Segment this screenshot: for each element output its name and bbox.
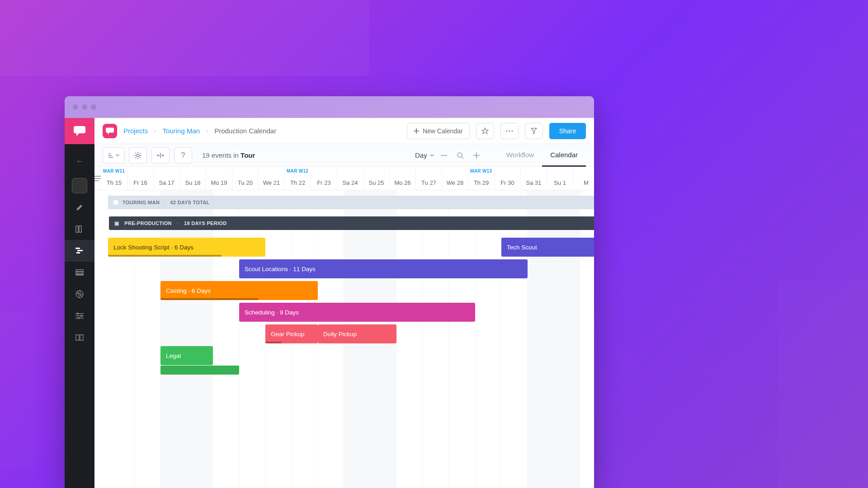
header-brand-badge[interactable] <box>103 124 117 138</box>
zoom-reset-button[interactable] <box>454 149 467 162</box>
plus-icon <box>473 152 480 159</box>
view-tabs: Workflow Calendar <box>498 144 586 167</box>
svg-point-8 <box>458 153 462 157</box>
task-label: Scout Locations · 11 Days <box>245 266 316 272</box>
settings-button[interactable] <box>129 147 147 164</box>
date-column[interactable]: Su 25 <box>363 167 390 190</box>
events-summary: 19 events in Tour <box>202 151 255 159</box>
rail-boards[interactable] <box>65 218 94 240</box>
rail-edit[interactable] <box>65 197 94 218</box>
gantt-icon <box>75 248 84 254</box>
main-pane: Projects › Touring Man › Production Cale… <box>94 118 594 488</box>
task-bar[interactable]: Lock Shooting Script · 6 Days <box>108 238 265 257</box>
aperture-icon <box>75 290 84 298</box>
date-column[interactable]: Mo 26 <box>390 167 416 190</box>
week-label: MAR W13 <box>470 169 492 174</box>
date-label: Sa 24 <box>343 179 358 186</box>
date-column[interactable]: Tu 27 <box>416 167 442 190</box>
date-column[interactable]: M <box>573 167 594 190</box>
phase-row[interactable]: ▣ PRE-PRODUCTION · 18 DAYS PERIOD <box>109 216 594 230</box>
task-label: Tech Scout <box>507 244 537 251</box>
date-label: Th 22 <box>290 179 305 186</box>
date-column[interactable]: Fr 23 <box>311 167 337 190</box>
date-column[interactable]: MAR W12Th 22 <box>285 167 311 190</box>
window-minimize-dot[interactable] <box>82 104 87 110</box>
date-column[interactable]: Fr 16 <box>127 167 154 190</box>
date-label: Mo 19 <box>211 179 227 186</box>
date-column[interactable]: Su 18 <box>180 167 206 190</box>
group-dropdown[interactable] <box>103 147 124 164</box>
breadcrumb-projects[interactable]: Projects <box>123 127 148 135</box>
date-column[interactable]: Sa 24 <box>337 167 363 190</box>
rail-project-thumb[interactable] <box>65 175 94 197</box>
date-column[interactable]: Sa 31 <box>521 167 547 190</box>
task-bar[interactable]: Legal <box>160 346 213 365</box>
date-column[interactable]: We 28 <box>442 167 468 190</box>
task-lane: Scout Locations · 11 Days <box>108 258 594 280</box>
new-calendar-button[interactable]: New Calendar <box>407 123 470 139</box>
page-header: Projects › Touring Man › Production Cale… <box>94 118 594 144</box>
rail-back[interactable]: ← <box>65 150 94 172</box>
phase-title: PRE-PRODUCTION <box>124 221 171 226</box>
date-column[interactable]: Tu 20 <box>232 167 259 190</box>
date-column[interactable]: Sa 17 <box>154 167 180 190</box>
task-progress <box>108 255 222 257</box>
rail-lists[interactable] <box>65 262 94 283</box>
task-bar[interactable]: Gear Pickup <box>265 324 318 343</box>
window-maximize-dot[interactable] <box>91 104 96 110</box>
task-bar[interactable]: Tech Scout <box>501 238 594 257</box>
date-column[interactable]: Su 1 <box>547 167 573 190</box>
book-icon <box>75 334 84 341</box>
timeline: MAR W11Th 15Fr 16Sa 17Su 18Mo 19Tu 20We … <box>94 167 594 488</box>
help-button[interactable]: ? <box>174 147 192 164</box>
svg-point-2 <box>80 315 82 317</box>
favorite-button[interactable] <box>476 123 494 139</box>
week-label: MAR W11 <box>103 169 125 174</box>
breadcrumb-project[interactable]: Touring Man <box>163 127 200 135</box>
arrow-left-icon: ← <box>76 157 83 165</box>
svg-point-5 <box>509 130 510 131</box>
date-label: Th 15 <box>107 179 122 186</box>
rail-docs[interactable] <box>65 327 94 348</box>
task-bar[interactable] <box>160 366 239 375</box>
more-button[interactable] <box>500 123 519 139</box>
rail-settings[interactable] <box>65 305 94 327</box>
zoom-in-button[interactable] <box>470 149 483 162</box>
project-summary-row[interactable]: TOURING MAN · 42 DAYS TOTAL <box>108 196 594 209</box>
columns-icon <box>75 225 84 233</box>
date-column[interactable]: Mo 19 <box>206 167 232 190</box>
filter-button[interactable] <box>525 123 543 139</box>
brand-logo[interactable] <box>65 118 94 144</box>
date-label: Fr 16 <box>133 179 147 186</box>
date-column[interactable]: MAR W11Th 15 <box>101 167 127 190</box>
task-bar[interactable]: Scout Locations · 11 Days <box>239 259 528 278</box>
task-bar[interactable]: Dolly Pickup <box>318 324 396 343</box>
tab-workflow[interactable]: Workflow <box>498 144 542 167</box>
date-label: Th 29 <box>474 179 489 186</box>
task-bar[interactable]: Scheduling · 9 Days <box>239 303 475 322</box>
date-column[interactable]: MAR W13Th 29 <box>468 167 495 190</box>
zoom-controls: Day <box>415 149 483 162</box>
share-button[interactable]: Share <box>549 123 586 139</box>
new-calendar-label: New Calendar <box>423 127 463 135</box>
window-close-dot[interactable] <box>73 104 78 110</box>
scale-dropdown[interactable]: Day <box>415 151 434 159</box>
zoom-out-button[interactable] <box>438 149 450 162</box>
rail-reels[interactable] <box>65 283 94 305</box>
task-bar[interactable]: Casting · 6 Days <box>160 281 318 300</box>
date-column[interactable]: Fr 30 <box>495 167 521 190</box>
task-lane: Lock Shooting Script · 6 DaysTech Scout <box>108 236 594 258</box>
dots-icon <box>506 130 513 132</box>
task-progress <box>160 298 258 300</box>
pencil-icon <box>76 204 83 211</box>
fit-button[interactable] <box>151 147 170 164</box>
chevron-right-icon: › <box>206 127 208 134</box>
date-label: Sa 17 <box>159 179 175 186</box>
task-label: Casting · 6 Days <box>166 287 211 294</box>
collapse-sidebar-button[interactable] <box>94 167 101 190</box>
date-column[interactable]: We 21 <box>259 167 285 190</box>
bg-decoration <box>0 312 36 470</box>
rail-timeline[interactable] <box>65 240 94 262</box>
list-icon <box>94 176 101 181</box>
tab-calendar[interactable]: Calendar <box>542 144 586 167</box>
